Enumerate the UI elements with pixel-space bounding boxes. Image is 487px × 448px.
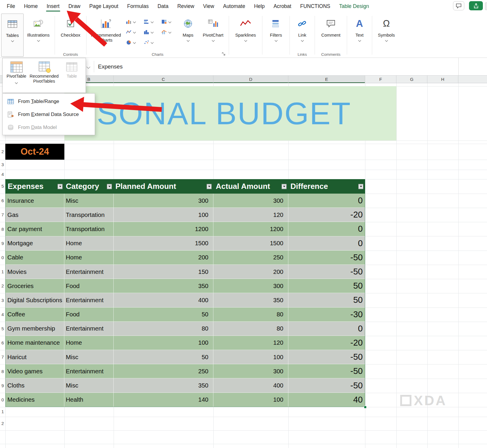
cell-planned-amount[interactable]: 350: [114, 378, 213, 392]
cell-actual-amount[interactable]: 120: [213, 336, 288, 350]
cell-expense[interactable]: Video games: [5, 364, 64, 378]
cell-planned-amount[interactable]: 140: [114, 393, 213, 407]
row-number[interactable]: 2: [0, 420, 4, 427]
row-number[interactable]: 7: [0, 354, 4, 360]
symbols-button[interactable]: Ω Symbols: [374, 14, 399, 51]
column-chart-button[interactable]: [124, 17, 142, 27]
cell-actual-amount[interactable]: 300: [213, 194, 288, 207]
filter-button[interactable]: [58, 184, 63, 189]
menu-item-from-external-data-source[interactable]: From External Data Source: [3, 108, 95, 121]
cell-planned-amount[interactable]: 150: [114, 265, 213, 279]
pivotchart-button[interactable]: PivotChart: [199, 14, 227, 51]
bar-chart-button[interactable]: [142, 17, 159, 27]
cell-category[interactable]: Transportation: [64, 222, 114, 236]
cell-category[interactable]: Food: [64, 308, 114, 321]
row-number[interactable]: 6: [0, 340, 4, 346]
cell-expense[interactable]: Cloths: [5, 378, 64, 392]
cell-category[interactable]: Food: [64, 279, 114, 293]
row-number[interactable]: 2: [0, 283, 4, 289]
cell-expense[interactable]: Car payment: [5, 222, 64, 236]
row-number[interactable]: 5: [0, 183, 4, 189]
cell-planned-amount[interactable]: 50: [114, 308, 213, 321]
comment-button[interactable]: Comment: [316, 14, 345, 51]
row-number[interactable]: 3: [0, 161, 4, 168]
table-row[interactable]: Home maintenance Home 100 120 -20: [5, 336, 365, 350]
cell-planned-amount[interactable]: 350: [114, 279, 213, 293]
row-number[interactable]: 9: [0, 240, 4, 247]
cell-category[interactable]: Home: [64, 251, 114, 264]
cell-expense[interactable]: Insurance: [5, 194, 64, 207]
menu-tab[interactable]: Insert: [42, 0, 64, 12]
histogram-chart-button[interactable]: [142, 27, 159, 37]
filter-button[interactable]: [107, 184, 112, 189]
share-button[interactable]: [469, 1, 483, 10]
menu-tab[interactable]: View: [199, 0, 219, 12]
cell-category[interactable]: Entertainment: [64, 364, 114, 378]
checkbox-button[interactable]: Checkbox: [56, 14, 85, 51]
row-number[interactable]: 0: [0, 254, 4, 261]
table-row[interactable]: Cable Home 200 250 -50: [5, 251, 365, 265]
table-row[interactable]: Insurance Misc 300 300 0: [5, 194, 365, 208]
cell-expense[interactable]: Home maintenance: [5, 336, 64, 350]
row-number[interactable]: 8: [0, 368, 4, 375]
date-cell[interactable]: Oct-24: [5, 144, 64, 160]
cell-expense[interactable]: Gym membership: [5, 322, 64, 336]
cell-expense[interactable]: Mortgage: [5, 236, 64, 250]
menu-tab[interactable]: Acrobat: [269, 0, 296, 12]
row-number[interactable]: 9: [0, 382, 4, 389]
cell-difference[interactable]: 50: [288, 293, 365, 307]
table-row[interactable]: Gym membership Entertainment 80 80 0: [5, 322, 365, 336]
filter-button[interactable]: [207, 184, 212, 189]
cell-difference[interactable]: -20: [288, 336, 365, 350]
cell-planned-amount[interactable]: 400: [114, 293, 213, 307]
cell-actual-amount[interactable]: 300: [213, 279, 288, 293]
cell-category[interactable]: Health: [64, 393, 114, 407]
cell-planned-amount[interactable]: 200: [114, 251, 213, 264]
cell-category[interactable]: Home: [64, 236, 114, 250]
cell-category[interactable]: Entertainment: [64, 293, 114, 307]
tables-button[interactable]: Tables: [1, 14, 24, 57]
cell-expense[interactable]: Movies: [5, 265, 64, 279]
header-planned-amount[interactable]: Planned Amount: [114, 179, 213, 194]
illustrations-button[interactable]: Illustrations: [24, 14, 53, 51]
row-number[interactable]: 0: [0, 397, 4, 403]
filters-button[interactable]: Filters: [264, 14, 288, 51]
cell-actual-amount[interactable]: 80: [213, 322, 288, 336]
row-number[interactable]: 2: [0, 148, 4, 155]
cell-actual-amount[interactable]: 120: [213, 208, 288, 222]
cell-difference[interactable]: -30: [288, 308, 365, 321]
menu-tab[interactable]: FUNCTIONS: [296, 0, 335, 12]
menu-tab[interactable]: Home: [19, 0, 42, 12]
cell-planned-amount[interactable]: 50: [114, 350, 213, 364]
pie-chart-button[interactable]: [124, 37, 142, 48]
cell-actual-amount[interactable]: 1200: [213, 222, 288, 236]
line-chart-button[interactable]: [124, 27, 142, 37]
cell-planned-amount[interactable]: 80: [114, 322, 213, 336]
cell-difference[interactable]: 0: [288, 222, 365, 236]
comments-toggle-button[interactable]: [453, 1, 464, 10]
cell-difference[interactable]: -50: [288, 251, 365, 264]
cell-planned-amount[interactable]: 100: [114, 336, 213, 350]
table-row[interactable]: Haricut Misc 50 100 -50: [5, 350, 365, 364]
cell-planned-amount[interactable]: 1500: [114, 236, 213, 250]
pivottable-button[interactable]: PivotTable: [4, 60, 29, 91]
menu-tab[interactable]: Review: [173, 0, 199, 12]
table-row[interactable]: Mortgage Home 1500 1500 0: [5, 236, 365, 251]
cell-expense[interactable]: Gas: [5, 208, 64, 222]
column-header[interactable]: F: [365, 76, 396, 83]
cell-difference[interactable]: -50: [288, 364, 365, 378]
title-banner-cell[interactable]: SONAL BUDGET: [64, 86, 396, 140]
cell-difference[interactable]: 0: [288, 322, 365, 336]
cell-category[interactable]: Misc: [64, 350, 114, 364]
filter-button[interactable]: [358, 184, 363, 189]
table-button[interactable]: Table: [59, 60, 84, 91]
column-header[interactable]: G: [396, 76, 427, 83]
cell-planned-amount[interactable]: 100: [114, 208, 213, 222]
table-row[interactable]: Groceries Food 350 300 50: [5, 279, 365, 293]
row-number[interactable]: 4: [0, 311, 4, 318]
cell-difference[interactable]: 0: [288, 194, 365, 207]
menu-tab[interactable]: Data: [153, 0, 173, 12]
cell-actual-amount[interactable]: 1500: [213, 236, 288, 250]
cell-actual-amount[interactable]: 200: [213, 265, 288, 279]
header-category[interactable]: Category: [64, 179, 114, 194]
